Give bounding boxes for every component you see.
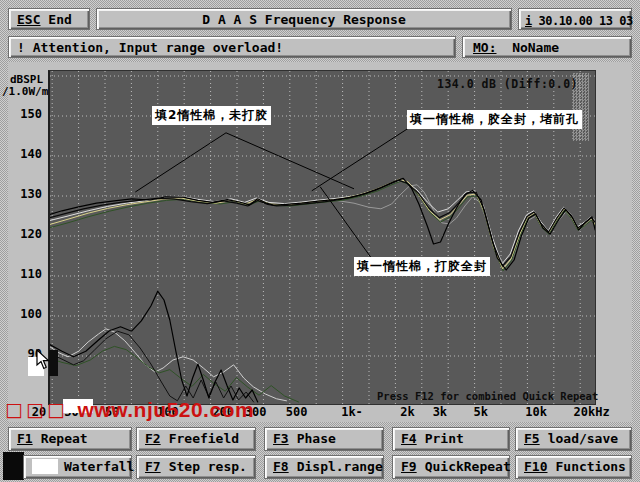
y-tick-120: 120 [12,227,42,241]
watermark-url: www.nju520.com [78,398,255,421]
f4-key: F4 [401,431,417,446]
f1-repeat-button[interactable]: F1Repeat [8,427,132,451]
cursor-level-readout: 134.0 dB (Diff:0.0) [437,77,578,91]
f7-key: F7 [145,459,161,474]
y-tick-140: 140 [12,147,42,161]
f2-key: F2 [145,431,161,446]
f1-key: F1 [17,431,33,446]
f10-key: F10 [524,459,547,474]
x-tick-20kHz: 20kHz [574,405,610,419]
f2-freefield-button[interactable]: F2Freefield [136,427,256,451]
x-tick-10k: 10k [525,405,547,419]
f3-phase-button[interactable]: F3Phase [264,427,384,451]
esc-end-label: End [48,12,71,27]
f7-stepresp-button[interactable]: F7Step resp. [136,455,256,479]
f9-label: QuickRepeat [425,459,511,474]
y-tick-150: 150 [12,107,42,121]
f9-quickrepeat-button[interactable]: F9QuickRepeat [392,455,510,479]
x-tick-1k-: 1k- [341,405,363,419]
f8-label: Displ.range [297,459,383,474]
f5-label: load/save [548,431,618,446]
annotation-1-wool-glue-sealed: 填一惰性棉，打胶全封 [354,257,490,276]
f8-key: F8 [273,459,289,474]
memory-object-button[interactable]: MO: NoName [462,36,632,58]
status-bar: ! Attention, Input range overload! [8,36,456,58]
watermark: □□□ www.nju520.com [5,398,254,422]
x-tick-3k: 3k [433,405,447,419]
f1-label: Repeat [41,431,88,446]
f2-label: Freefield [169,431,239,446]
noise-green [50,346,299,402]
datetime-label: 30.10.00 13 03 [538,14,632,28]
x-tick-5k: 5k [474,405,488,419]
noise-black-2 [50,331,254,402]
info-date-button[interactable]: i 30.10.00 13 03 [518,8,632,30]
f6-key-white-patch [32,459,58,474]
x-tick-2k: 2k [400,405,414,419]
response-green [50,181,595,271]
info-key-label: i [525,14,532,28]
y-tick-130: 130 [12,187,42,201]
mo-key-label: MO: [473,40,496,55]
f5-loadsave-button[interactable]: F5load/save [515,427,632,451]
f6-waterfall-button[interactable]: Waterfall [23,455,132,479]
page-title: D A A S Frequency Response [202,12,406,27]
mouse-cursor-icon [36,349,50,370]
status-message: ! Attention, Input range overload! [17,40,283,55]
f3-label: Phase [297,431,336,446]
f5-key: F5 [524,431,540,446]
annotation-1-wool-glue-sealed-front-plugged: 填一惰性棉，胶全封，堵前孔 [407,110,582,129]
noise-black-1 [50,291,258,402]
x-tick-500: 500 [286,405,308,419]
y-tick-110: 110 [12,267,42,281]
f4-label: Print [425,431,464,446]
daas-window: ESC End D A A S Frequency Response i 30.… [0,0,640,482]
corner-black-block [3,452,24,480]
f8-displrange-button[interactable]: F8Displ.range [264,455,384,479]
f6-label: Waterfall [64,459,134,474]
mo-value-label: NoName [512,40,559,55]
f4-print-button[interactable]: F4Print [392,427,510,451]
y-tick-100: 100 [12,307,42,321]
f9-key: F9 [401,459,417,474]
cursor-backdrop-dark [49,350,58,376]
f10-label: Functions [555,459,625,474]
f3-key: F3 [273,431,289,446]
annotation-2-wool-no-glue: 填2惰性棉，未打胶 [152,106,271,125]
f10-functions-button[interactable]: F10Functions [515,455,632,479]
title-bar: D A A S Frequency Response [96,8,512,30]
watermark-squares: □□□ [5,398,68,420]
callout-anno1 [135,133,354,192]
f7-label: Step resp. [169,459,247,474]
f12-hint-label: Press F12 for combined Quick Repeat [377,390,598,402]
